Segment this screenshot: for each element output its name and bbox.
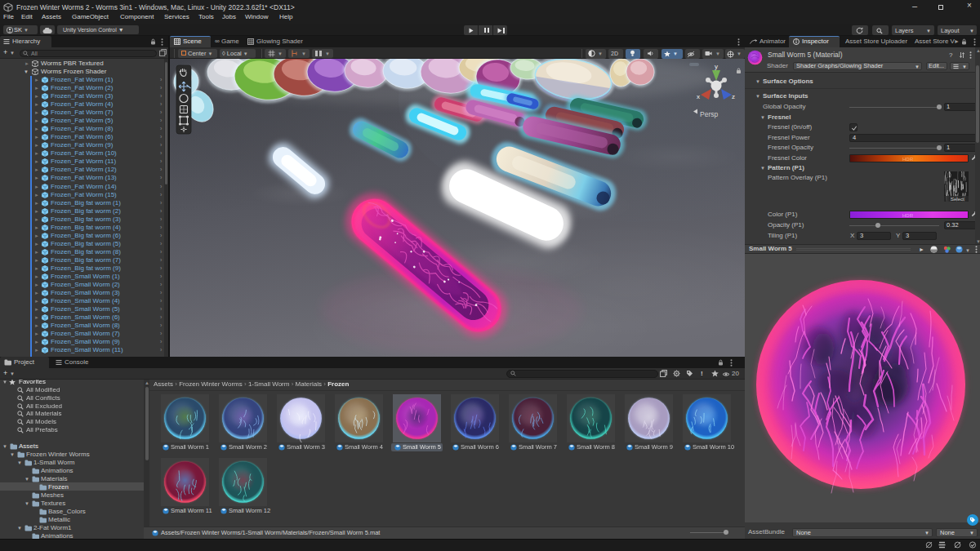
svg-text:z: z — [732, 93, 735, 100]
svg-text:x: x — [697, 93, 700, 100]
svg-text:Select: Select — [951, 197, 964, 202]
svg-text:y: y — [715, 63, 718, 70]
svg-text:Persp: Persp — [700, 110, 718, 118]
